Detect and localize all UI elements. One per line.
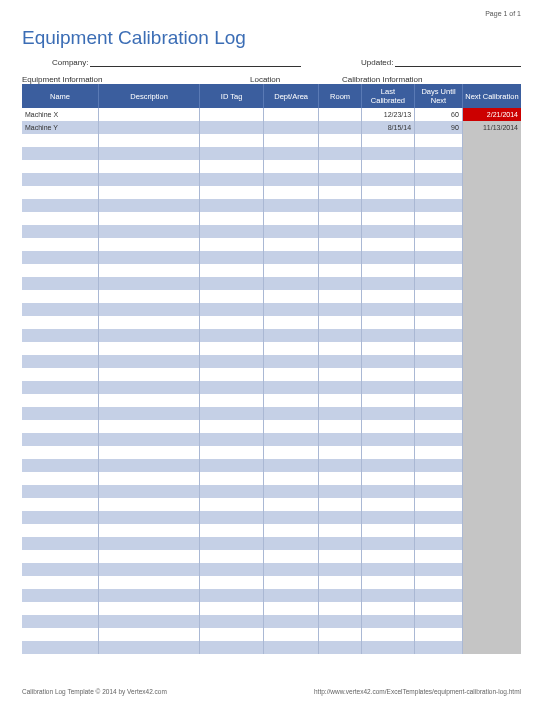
cell: [263, 212, 318, 225]
header-room: Room: [319, 84, 362, 108]
cell: [99, 342, 200, 355]
cell: [99, 589, 200, 602]
cell: Machine Y: [22, 121, 99, 134]
cell: [22, 628, 99, 641]
cell: [319, 446, 362, 459]
cell: [22, 407, 99, 420]
cell: [263, 160, 318, 173]
cell: [200, 498, 264, 511]
cell: [415, 446, 463, 459]
cell: [263, 576, 318, 589]
cell: [263, 589, 318, 602]
cell: [22, 147, 99, 160]
cell: [361, 459, 414, 472]
cell: [361, 316, 414, 329]
cell: [200, 225, 264, 238]
cell: [22, 576, 99, 589]
cell: [263, 355, 318, 368]
cell: [263, 134, 318, 147]
cell: [22, 186, 99, 199]
cell: [22, 342, 99, 355]
cell: [361, 212, 414, 225]
cell: [462, 381, 521, 394]
cell: [415, 160, 463, 173]
cell: [415, 342, 463, 355]
cell: [319, 186, 362, 199]
cell: [99, 147, 200, 160]
cell: [415, 537, 463, 550]
cell: [462, 342, 521, 355]
table-row: [22, 199, 521, 212]
cell: [415, 589, 463, 602]
cell: [319, 472, 362, 485]
cell: [319, 602, 362, 615]
cell: [462, 212, 521, 225]
cell: [462, 576, 521, 589]
table-row: [22, 316, 521, 329]
cell: [200, 407, 264, 420]
table-row: Machine Y8/15/149011/13/2014: [22, 121, 521, 134]
table-row: [22, 446, 521, 459]
cell: [462, 433, 521, 446]
cell: [319, 238, 362, 251]
cell: [462, 160, 521, 173]
cell: [200, 589, 264, 602]
cell: [319, 173, 362, 186]
cell: [319, 199, 362, 212]
cell: [319, 537, 362, 550]
cell: [415, 134, 463, 147]
cell: [99, 459, 200, 472]
cell: [200, 641, 264, 654]
cell: [263, 147, 318, 160]
cell: [200, 173, 264, 186]
cell: [99, 329, 200, 342]
section-calibration: Calibration Information: [342, 75, 521, 84]
cell: [99, 498, 200, 511]
table-row: [22, 498, 521, 511]
cell: [200, 537, 264, 550]
cell: [22, 199, 99, 212]
cell: [200, 511, 264, 524]
cell: [361, 420, 414, 433]
cell: [415, 563, 463, 576]
cell: [361, 199, 414, 212]
cell: [22, 173, 99, 186]
footer: Calibration Log Template © 2014 by Verte…: [22, 688, 521, 695]
cell: [22, 602, 99, 615]
cell: [462, 485, 521, 498]
cell: [319, 511, 362, 524]
cell: [99, 160, 200, 173]
cell: [200, 160, 264, 173]
cell: [22, 563, 99, 576]
table-row: [22, 290, 521, 303]
cell: [319, 355, 362, 368]
cell: [22, 381, 99, 394]
table-row: [22, 147, 521, 160]
cell: [22, 589, 99, 602]
cell: [361, 342, 414, 355]
table-row: [22, 589, 521, 602]
cell: [415, 186, 463, 199]
table-row: [22, 576, 521, 589]
cell: [462, 498, 521, 511]
cell: [200, 303, 264, 316]
cell: [361, 238, 414, 251]
cell: [361, 251, 414, 264]
header-name: Name: [22, 84, 99, 108]
cell: [99, 641, 200, 654]
cell: [361, 394, 414, 407]
cell: [99, 446, 200, 459]
company-line: [90, 57, 301, 67]
cell: [263, 368, 318, 381]
cell: [462, 147, 521, 160]
table-row: [22, 134, 521, 147]
cell: [99, 108, 200, 121]
header-dept: Dept/Area: [263, 84, 318, 108]
cell: [22, 277, 99, 290]
section-headers: Equipment Information Location Calibrati…: [22, 75, 521, 84]
cell: [462, 563, 521, 576]
cell: [462, 355, 521, 368]
table-row: [22, 407, 521, 420]
table-row: [22, 394, 521, 407]
cell: [263, 485, 318, 498]
